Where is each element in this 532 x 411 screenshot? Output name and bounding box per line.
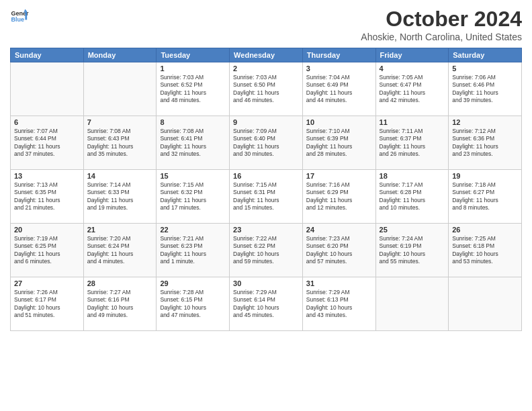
calendar-cell: 1Sunrise: 7:03 AM Sunset: 6:52 PM Daylig… (157, 62, 230, 116)
day-number: 7 (87, 118, 153, 126)
day-number: 25 (380, 226, 445, 234)
calendar-cell: 26Sunrise: 7:25 AM Sunset: 6:18 PM Dayli… (449, 224, 522, 277)
calendar-cell: 17Sunrise: 7:16 AM Sunset: 6:29 PM Dayli… (302, 170, 375, 224)
day-number: 10 (306, 118, 372, 126)
cell-info: Sunrise: 7:15 AM Sunset: 6:32 PM Dayligh… (160, 181, 226, 212)
page: General Blue October 2024 Ahoskie, North… (0, 0, 532, 411)
day-number: 3 (306, 64, 372, 73)
day-number: 13 (14, 172, 80, 180)
calendar-cell: 12Sunrise: 7:12 AM Sunset: 6:36 PM Dayli… (449, 116, 522, 170)
cell-info: Sunrise: 7:10 AM Sunset: 6:39 PM Dayligh… (306, 128, 372, 158)
month-title: October 2024 (361, 7, 522, 32)
calendar-cell: 28Sunrise: 7:27 AM Sunset: 6:16 PM Dayli… (83, 277, 157, 331)
calendar-cell: 11Sunrise: 7:11 AM Sunset: 6:37 PM Dayli… (375, 116, 449, 170)
day-number: 16 (233, 172, 299, 180)
cell-info: Sunrise: 7:08 AM Sunset: 6:41 PM Dayligh… (160, 128, 226, 158)
day-number: 20 (14, 226, 80, 234)
day-number: 1 (160, 64, 226, 73)
calendar-cell: 8Sunrise: 7:08 AM Sunset: 6:41 PM Daylig… (157, 116, 230, 170)
calendar-cell: 24Sunrise: 7:23 AM Sunset: 6:20 PM Dayli… (302, 224, 375, 277)
cell-info: Sunrise: 7:17 AM Sunset: 6:28 PM Dayligh… (380, 181, 445, 212)
header-row: Sunday Monday Tuesday Wednesday Thursday… (11, 48, 522, 62)
calendar-cell: 5Sunrise: 7:06 AM Sunset: 6:46 PM Daylig… (449, 62, 522, 116)
day-number: 22 (160, 226, 226, 234)
location: Ahoskie, North Carolina, United States (361, 32, 522, 42)
calendar-cell: 18Sunrise: 7:17 AM Sunset: 6:28 PM Dayli… (375, 170, 449, 224)
cell-info: Sunrise: 7:24 AM Sunset: 6:19 PM Dayligh… (380, 235, 445, 266)
calendar-week-1: 1Sunrise: 7:03 AM Sunset: 6:52 PM Daylig… (11, 62, 522, 116)
cell-info: Sunrise: 7:19 AM Sunset: 6:25 PM Dayligh… (14, 235, 80, 266)
cell-info: Sunrise: 7:22 AM Sunset: 6:22 PM Dayligh… (233, 235, 299, 266)
col-tuesday: Tuesday (157, 48, 230, 62)
header: General Blue October 2024 Ahoskie, North… (10, 7, 522, 42)
cell-info: Sunrise: 7:05 AM Sunset: 6:47 PM Dayligh… (380, 74, 445, 105)
title-block: October 2024 Ahoskie, North Carolina, Un… (361, 7, 522, 42)
cell-info: Sunrise: 7:18 AM Sunset: 6:27 PM Dayligh… (452, 181, 518, 212)
calendar-cell (449, 277, 522, 331)
calendar-week-4: 20Sunrise: 7:19 AM Sunset: 6:25 PM Dayli… (11, 224, 522, 277)
calendar-cell: 22Sunrise: 7:21 AM Sunset: 6:23 PM Dayli… (157, 224, 230, 277)
calendar-cell: 19Sunrise: 7:18 AM Sunset: 6:27 PM Dayli… (449, 170, 522, 224)
cell-info: Sunrise: 7:29 AM Sunset: 6:13 PM Dayligh… (306, 289, 372, 320)
cell-info: Sunrise: 7:26 AM Sunset: 6:17 PM Dayligh… (14, 289, 80, 320)
calendar-cell: 23Sunrise: 7:22 AM Sunset: 6:22 PM Dayli… (230, 224, 303, 277)
day-number: 8 (160, 118, 226, 126)
day-number: 11 (380, 118, 445, 126)
calendar-cell: 30Sunrise: 7:29 AM Sunset: 6:14 PM Dayli… (230, 277, 303, 331)
col-wednesday: Wednesday (230, 48, 303, 62)
day-number: 30 (233, 279, 299, 287)
day-number: 17 (306, 172, 372, 180)
col-friday: Friday (375, 48, 449, 62)
day-number: 24 (306, 226, 372, 234)
day-number: 5 (452, 64, 518, 73)
cell-info: Sunrise: 7:20 AM Sunset: 6:24 PM Dayligh… (87, 235, 153, 266)
day-number: 28 (87, 279, 153, 287)
day-number: 19 (452, 172, 518, 180)
cell-info: Sunrise: 7:16 AM Sunset: 6:29 PM Dayligh… (306, 181, 372, 212)
calendar-cell: 7Sunrise: 7:08 AM Sunset: 6:43 PM Daylig… (83, 116, 157, 170)
cell-info: Sunrise: 7:08 AM Sunset: 6:43 PM Dayligh… (87, 128, 153, 158)
calendar-cell (375, 277, 449, 331)
cell-info: Sunrise: 7:07 AM Sunset: 6:44 PM Dayligh… (14, 128, 80, 158)
calendar-cell: 2Sunrise: 7:03 AM Sunset: 6:50 PM Daylig… (230, 62, 303, 116)
day-number: 2 (233, 64, 299, 73)
calendar-cell: 15Sunrise: 7:15 AM Sunset: 6:32 PM Dayli… (157, 170, 230, 224)
cell-info: Sunrise: 7:09 AM Sunset: 6:40 PM Dayligh… (233, 128, 299, 158)
calendar-cell: 16Sunrise: 7:15 AM Sunset: 6:31 PM Dayli… (230, 170, 303, 224)
day-number: 15 (160, 172, 226, 180)
calendar-cell: 25Sunrise: 7:24 AM Sunset: 6:19 PM Dayli… (375, 224, 449, 277)
logo-icon: General Blue (10, 7, 29, 26)
calendar-week-5: 27Sunrise: 7:26 AM Sunset: 6:17 PM Dayli… (11, 277, 522, 331)
calendar-cell: 9Sunrise: 7:09 AM Sunset: 6:40 PM Daylig… (230, 116, 303, 170)
calendar-week-2: 6Sunrise: 7:07 AM Sunset: 6:44 PM Daylig… (11, 116, 522, 170)
cell-info: Sunrise: 7:03 AM Sunset: 6:50 PM Dayligh… (233, 74, 299, 105)
cell-info: Sunrise: 7:15 AM Sunset: 6:31 PM Dayligh… (233, 181, 299, 212)
calendar-cell: 6Sunrise: 7:07 AM Sunset: 6:44 PM Daylig… (11, 116, 84, 170)
day-number: 14 (87, 172, 153, 180)
calendar-cell: 29Sunrise: 7:28 AM Sunset: 6:15 PM Dayli… (157, 277, 230, 331)
day-number: 31 (306, 279, 372, 287)
day-number: 18 (380, 172, 445, 180)
col-sunday: Sunday (11, 48, 84, 62)
calendar-cell: 31Sunrise: 7:29 AM Sunset: 6:13 PM Dayli… (302, 277, 375, 331)
calendar-cell (11, 62, 84, 116)
col-monday: Monday (83, 48, 157, 62)
cell-info: Sunrise: 7:23 AM Sunset: 6:20 PM Dayligh… (306, 235, 372, 266)
day-number: 21 (87, 226, 153, 234)
logo: General Blue (10, 7, 29, 26)
day-number: 9 (233, 118, 299, 126)
calendar-cell: 13Sunrise: 7:13 AM Sunset: 6:35 PM Dayli… (11, 170, 84, 224)
cell-info: Sunrise: 7:21 AM Sunset: 6:23 PM Dayligh… (160, 235, 226, 266)
cell-info: Sunrise: 7:03 AM Sunset: 6:52 PM Dayligh… (160, 74, 226, 105)
calendar-table: Sunday Monday Tuesday Wednesday Thursday… (10, 48, 522, 331)
day-number: 26 (452, 226, 518, 234)
calendar-cell: 10Sunrise: 7:10 AM Sunset: 6:39 PM Dayli… (302, 116, 375, 170)
day-number: 12 (452, 118, 518, 126)
calendar-cell: 27Sunrise: 7:26 AM Sunset: 6:17 PM Dayli… (11, 277, 84, 331)
cell-info: Sunrise: 7:04 AM Sunset: 6:49 PM Dayligh… (306, 74, 372, 105)
col-thursday: Thursday (302, 48, 375, 62)
cell-info: Sunrise: 7:27 AM Sunset: 6:16 PM Dayligh… (87, 289, 153, 320)
cell-info: Sunrise: 7:14 AM Sunset: 6:33 PM Dayligh… (87, 181, 153, 212)
day-number: 29 (160, 279, 226, 287)
day-number: 27 (14, 279, 80, 287)
